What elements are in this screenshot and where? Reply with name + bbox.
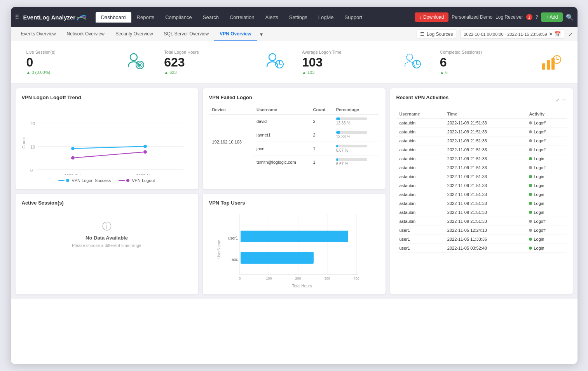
tab-events-overview[interactable]: Events Overview [16,27,61,41]
failed-logon-count: 1 [310,156,333,169]
nav-item-dashboard[interactable]: Dashboard [96,12,131,23]
activity-row: astaubin2022-11-09 21:51:33Login [396,181,567,190]
help-button[interactable]: ? [536,14,538,20]
metric-completed-sessions: Completed Session(s) 6 ▲ 6 [432,47,570,78]
activity-username: user1 [396,235,444,244]
completed-sessions-icon [539,51,562,74]
activity-type: Logoff [526,226,566,235]
activity-type: Logoff [526,119,566,128]
nav-item-settings[interactable]: Settings [284,12,313,23]
active-sessions-title: Active Session(s) [22,200,192,206]
svg-point-29 [71,147,75,150]
tab-vpn-overview[interactable]: VPN Overview [214,27,256,41]
vpn-trend-panel: VPN Logon Logoff Trend 0 10 20 Count [16,88,198,189]
activity-username: astaubin [396,163,444,172]
vpn-top-users-chart: UserName Total Hours 0 100 200 300 [209,210,379,288]
svg-text:400: 400 [353,276,359,280]
failed-logon-username: jannet1 [253,128,310,142]
svg-point-0 [130,54,137,61]
col-count: Count [310,105,333,115]
app-frame: ⠿ EventLog Analyzer Dashboard Reports Co… [10,7,578,364]
nav-item-logme[interactable]: LogMe [313,12,339,23]
nav-item-search[interactable]: Search [197,12,224,23]
expand-button[interactable]: ⤢ [568,31,573,37]
metric-logon-hours-value: 623 [164,56,256,68]
nav-item-reports[interactable]: Reports [131,12,160,23]
logo-area: EventLog Analyzer [23,13,88,21]
vpn-failed-logon-title: VPN Failed Logon [209,94,379,100]
activity-time: 2022-11-09 21:51:33 [444,163,526,172]
tab-security-overview[interactable]: Security Overview [110,27,159,41]
top-navigation: ⠿ EventLog Analyzer Dashboard Reports Co… [11,7,578,27]
legend-logon-success: VPN Logon Success [58,178,111,183]
activity-row: astaubin2022-11-09 21:51:33Logoff [396,119,567,128]
activity-time: 2022-11-05 11:33:36 [444,235,526,244]
activity-username: astaubin [396,190,444,199]
svg-text:UserName: UserName [217,240,221,259]
activity-username: astaubin [396,199,444,208]
grid-icon[interactable]: ⠿ [15,14,19,21]
personalized-demo-button[interactable]: Personalized Demo [452,14,492,20]
activity-type: Logoff [526,217,566,226]
svg-text:0: 0 [239,276,241,280]
activity-time: 2022-11-09 21:51:33 [444,172,526,181]
vpn-top-users-panel: VPN Top Users UserName Total Hours [203,194,386,294]
metric-avg-logon-change: ▲ 103 [302,70,394,75]
failed-logon-username: david [253,115,310,128]
svg-rect-49 [241,252,314,264]
activity-time: 2022-11-09 21:51:33 [444,145,526,154]
tab-network-overview[interactable]: Network Overview [61,27,110,41]
activity-time: 2022-11-09 21:51:33 [444,217,526,226]
log-sources-button[interactable]: ☰ Log Sources [417,30,456,39]
expand-activities-icon[interactable]: ⤢ [556,97,560,103]
activity-username: user1 [396,244,444,253]
log-receiver-button[interactable]: Log Receiver [496,14,523,20]
tab-sql-server-overview[interactable]: SQL Server Overview [159,27,215,41]
failed-logon-count: 2 [310,128,333,142]
activity-username: astaubin [396,119,444,128]
svg-point-8 [407,54,413,60]
activity-time: 2022-11-09 21:51:33 [444,199,526,208]
failed-logon-username: jane [253,142,310,156]
more-tabs-button[interactable]: ▾ [257,31,266,37]
more-activities-icon[interactable]: ⋯ [562,97,567,103]
vpn-top-users-title: VPN Top Users [209,200,379,206]
svg-point-3 [139,64,141,66]
nav-item-alerts[interactable]: Alerts [260,12,284,23]
activity-time: 2022-11-05 12:24:13 [444,226,526,235]
date-range-picker[interactable]: 2022-10-01 00:00:00 - 2022-11-15 23:59:5… [460,30,564,38]
calendar-pick-icon: 📅 [555,31,561,37]
recent-activities-panel: Recent VPN Activities ⤢ ⋯ Username Time … [390,88,573,294]
search-top-button[interactable]: 🔍 [566,14,574,21]
svg-point-4 [269,54,276,61]
svg-text:abc: abc [231,257,237,262]
col-act-username: Username [396,110,444,119]
activity-row: astaubin2022-11-09 21:51:33Login [396,172,567,181]
activity-row: astaubin2022-11-09 21:51:33Logoff [396,163,567,172]
nav-item-compliance[interactable]: Compliance [160,12,197,23]
active-sessions-no-data: ⓘ No Data Available Please choose a diff… [22,210,192,257]
nav-item-support[interactable]: Support [339,12,368,23]
activity-username: astaubin [396,145,444,154]
svg-point-31 [71,156,75,160]
activity-type: Logoff [526,145,566,154]
activity-row: astaubin2022-11-09 21:51:33Logoff [396,217,567,226]
vpn-trend-legend: VPN Logon Success VPN Logout [22,178,192,183]
activity-time: 2022-11-09 21:51:33 [444,119,526,128]
notification-badge[interactable]: 1 [526,14,532,20]
failed-logon-device: 192.162.10.103 [209,115,253,169]
failed-logon-percentage: 6.67 % [333,142,379,156]
svg-text:10: 10 [30,145,35,149]
activity-row: astaubin2022-11-09 21:51:33Login [396,154,567,163]
logo-icon [75,13,88,21]
activity-type: Login [526,208,566,217]
metric-avg-logon-label: Average Logon Time [302,50,394,54]
vpn-failed-logon-panel: VPN Failed Logon Device Username Count P… [203,88,386,189]
nav-item-correlation[interactable]: Correlation [224,12,260,23]
activity-time: 2022-11-09 21:51:33 [444,154,526,163]
add-button[interactable]: + Add [541,12,562,22]
logon-hours-icon [263,51,286,74]
activity-type: Login [526,154,566,163]
download-button[interactable]: ↓ Download [415,12,448,22]
activity-time: 2022-11-09 21:51:33 [444,128,526,136]
